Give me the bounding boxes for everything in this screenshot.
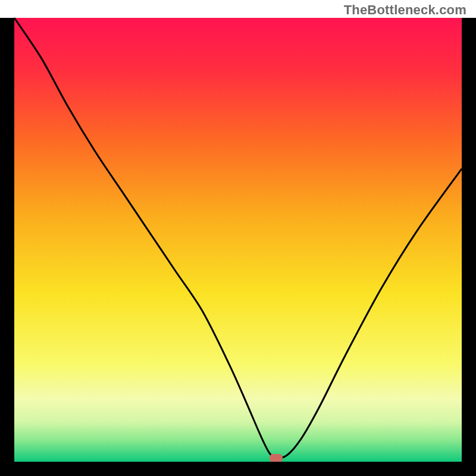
minimum-marker [270,454,283,462]
plot-background [14,18,462,462]
chart-container: TheBottleneck.com [0,0,476,476]
watermark-label: TheBottleneck.com [344,2,466,18]
bottleneck-chart [0,0,476,476]
frame-right [462,18,476,476]
frame-left [0,18,14,476]
frame-bottom [0,462,476,476]
